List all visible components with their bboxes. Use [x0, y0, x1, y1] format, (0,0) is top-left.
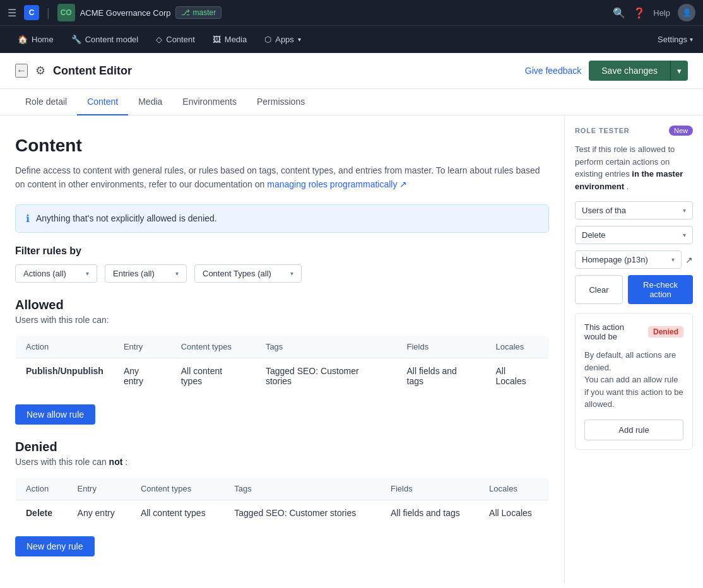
- filter-entries-label: Entries (all): [113, 269, 155, 278]
- settings-chevron-icon: ▾: [690, 36, 693, 43]
- denied-row-action: Delete: [16, 500, 68, 526]
- allowed-row-locales: All Locales: [485, 358, 548, 394]
- give-feedback-button[interactable]: Give feedback: [525, 66, 582, 76]
- denied-row-content-types: All content types: [131, 500, 224, 526]
- nav-content[interactable]: ◇ Content: [148, 26, 203, 54]
- role-tester-title: ROLE TESTER: [575, 127, 630, 134]
- role-tester-description: Test if this role is allowed to perform …: [575, 143, 693, 192]
- filter-actions-dropdown[interactable]: Actions (all) ▾: [15, 264, 97, 283]
- result-row: This action would be Denied: [584, 322, 683, 341]
- help-label[interactable]: Help: [653, 8, 670, 18]
- allowed-row-entry: Any entry: [114, 358, 171, 394]
- branch-selector[interactable]: ⎇ master: [175, 6, 222, 19]
- apps-chevron-icon: ▾: [298, 36, 301, 43]
- allowed-col-locales: Locales: [485, 335, 548, 358]
- managing-roles-link[interactable]: managing roles programmatically ↗: [267, 179, 407, 189]
- content-heading: Content: [15, 136, 549, 156]
- allowed-col-entry: Entry: [114, 335, 171, 358]
- denied-row-locales: All Locales: [479, 500, 548, 526]
- table-row: Delete Any entry All content types Tagge…: [16, 500, 549, 526]
- new-deny-rule-button[interactable]: New deny rule: [15, 536, 95, 556]
- nav-apps-label: Apps: [275, 35, 294, 44]
- search-icon[interactable]: 🔍: [613, 7, 625, 19]
- result-box: This action would be Denied By default, …: [575, 313, 693, 450]
- nav-content-model-label: Content model: [85, 35, 139, 44]
- nav-content-label: Content: [166, 35, 195, 44]
- denied-table-header-row: Action Entry Content types Tags Fields L…: [16, 477, 549, 500]
- hamburger-icon[interactable]: ☰: [8, 7, 16, 19]
- denied-status-badge: Denied: [648, 326, 683, 338]
- settings-button[interactable]: Settings ▾: [658, 35, 693, 44]
- topbar: ☰ C | CO ACME Governance Corp ⎇ master 🔍…: [0, 0, 703, 25]
- action-dropdown[interactable]: Delete ▾: [575, 226, 693, 244]
- denied-col-entry: Entry: [68, 477, 131, 500]
- allowed-table-header-row: Action Entry Content types Tags Fields L…: [16, 335, 549, 358]
- clear-button[interactable]: Clear: [575, 275, 623, 304]
- tab-content[interactable]: Content: [77, 89, 128, 115]
- content-description: Define access to content with general ru…: [15, 163, 549, 192]
- action-dropdown-chevron-icon: ▾: [683, 232, 686, 238]
- allowed-col-tags: Tags: [256, 335, 397, 358]
- denied-row-entry: Any entry: [68, 500, 131, 526]
- allowed-col-content-types: Content types: [171, 335, 256, 358]
- allowed-row-content-types: All content types: [171, 358, 256, 394]
- header-actions: Give feedback Save changes ▾: [525, 61, 688, 81]
- header-bar: ← ⚙ Content Editor Give feedback Save ch…: [0, 53, 703, 89]
- denied-title: Denied: [15, 440, 549, 454]
- denied-row-tags: Tagged SEO: Customer stories: [224, 500, 381, 526]
- nav-media[interactable]: 🖼 Media: [205, 26, 254, 54]
- filter-row: Actions (all) ▾ Entries (all) ▾ Content …: [15, 264, 549, 283]
- page-title: Content Editor: [53, 64, 132, 78]
- content-area: Content Define access to content with ge…: [0, 115, 564, 584]
- filter-title: Filter rules by: [15, 245, 549, 257]
- nav-apps[interactable]: ⬡ Apps ▾: [257, 26, 309, 54]
- user-dropdown-chevron-icon: ▾: [683, 207, 686, 214]
- second-nav: 🏠 Home 🔧 Content model ◇ Content 🖼 Media…: [0, 25, 703, 53]
- add-rule-button[interactable]: Add rule: [584, 420, 683, 440]
- new-allow-rule-button[interactable]: New allow rule: [15, 404, 95, 425]
- nav-content-model[interactable]: 🔧 Content model: [64, 26, 146, 54]
- settings-label: Settings: [658, 35, 687, 44]
- tab-bar: Role detail Content Media Environments P…: [0, 89, 703, 115]
- filter-entries-dropdown[interactable]: Entries (all) ▾: [105, 264, 187, 283]
- nav-right: Settings ▾: [658, 35, 693, 44]
- result-text-1: By default, all actions are denied.: [584, 350, 676, 372]
- user-avatar[interactable]: 👤: [678, 4, 695, 21]
- filter-content-types-label: Content Types (all): [203, 269, 271, 278]
- denied-section: Denied Users with this role can not : Ac…: [15, 440, 549, 556]
- tab-permissions[interactable]: Permissions: [247, 89, 315, 115]
- entry-dropdown-chevron-icon: ▾: [671, 256, 675, 263]
- entry-dropdown[interactable]: Homepage (p13n) ▾: [575, 250, 682, 269]
- save-changes-button[interactable]: Save changes: [589, 61, 670, 81]
- denied-subtitle-strong: not: [109, 457, 123, 467]
- action-dropdown-label: Delete: [582, 230, 606, 240]
- filter-actions-chevron-icon: ▾: [86, 270, 89, 277]
- user-dropdown[interactable]: Users of tha ▾: [575, 201, 693, 220]
- topbar-divider: |: [47, 6, 50, 20]
- entry-dropdown-label: Homepage (p13n): [582, 255, 648, 264]
- allowed-row-tags: Tagged SEO: Customer stories: [256, 358, 397, 394]
- tab-media[interactable]: Media: [128, 89, 172, 115]
- save-changes-dropdown-button[interactable]: ▾: [670, 61, 688, 81]
- content-model-icon: 🔧: [71, 35, 81, 44]
- entry-row: Homepage (p13n) ▾ ↗: [575, 250, 693, 269]
- external-link-icon[interactable]: ↗: [685, 255, 693, 265]
- info-box: ℹ Anything that's not explicitly allowed…: [15, 204, 549, 233]
- filter-actions-label: Actions (all): [23, 269, 66, 278]
- tab-environments[interactable]: Environments: [172, 89, 247, 115]
- app-logo: C: [24, 5, 39, 20]
- denied-col-fields: Fields: [381, 477, 479, 500]
- content-icon: ◇: [156, 35, 162, 44]
- filter-content-types-dropdown[interactable]: Content Types (all) ▾: [194, 264, 302, 283]
- apps-icon: ⬡: [264, 35, 271, 44]
- nav-home[interactable]: 🏠 Home: [10, 26, 61, 54]
- help-icon[interactable]: ❓: [633, 7, 646, 19]
- allowed-subtitle: Users with this role can:: [15, 315, 549, 325]
- save-button-group: Save changes ▾: [589, 61, 688, 81]
- user-dropdown-label: Users of tha: [582, 206, 626, 215]
- tab-role-detail[interactable]: Role detail: [15, 89, 77, 115]
- recheck-button[interactable]: Re-check action: [628, 275, 693, 304]
- org-name: ACME Governance Corp: [80, 8, 171, 18]
- back-button[interactable]: ←: [15, 64, 28, 78]
- rt-actions: Clear Re-check action: [575, 275, 693, 304]
